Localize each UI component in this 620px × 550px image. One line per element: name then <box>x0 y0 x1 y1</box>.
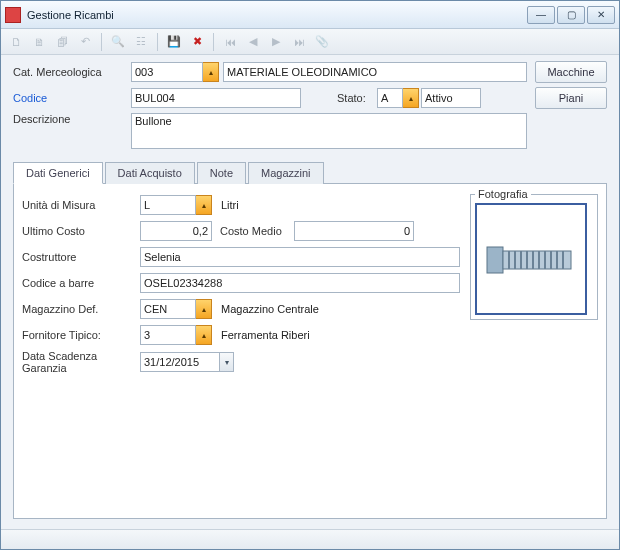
svg-rect-0 <box>487 247 503 273</box>
photo-box[interactable] <box>475 203 587 315</box>
magazzino-code-input[interactable] <box>140 299 196 319</box>
find-icon[interactable]: 🔍 <box>109 33 127 51</box>
stato-code-input[interactable] <box>377 88 403 108</box>
tab-dati-acquisto[interactable]: Dati Acquisto <box>105 162 195 184</box>
codice-input[interactable] <box>131 88 301 108</box>
cat-code-input[interactable] <box>131 62 203 82</box>
label-scadenza: Data Scadenza Garanzia <box>22 350 140 374</box>
app-window: Gestione Ricambi — ▢ ✕ 🗋 🗎 🗐 ↶ 🔍 ☷ 💾 ✖ ⏮… <box>0 0 620 550</box>
stato-lookup-icon[interactable] <box>403 88 419 108</box>
label-um: Unità di Misura <box>22 199 140 211</box>
toolbar-separator <box>213 33 214 51</box>
filter-icon[interactable]: ☷ <box>132 33 150 51</box>
content-area: Cat. Merceologica Codice Stato: Descrizi… <box>1 55 619 529</box>
label-codice[interactable]: Codice <box>13 92 131 104</box>
maximize-button[interactable]: ▢ <box>557 6 585 24</box>
titlebar: Gestione Ricambi — ▢ ✕ <box>1 1 619 29</box>
next-icon[interactable]: ▶ <box>267 33 285 51</box>
toolbar-separator <box>157 33 158 51</box>
label-cat: Cat. Merceologica <box>13 66 131 78</box>
delete-icon[interactable]: ✖ <box>188 33 206 51</box>
piani-button[interactable]: Piani <box>535 87 607 109</box>
copy-icon[interactable]: 🗐 <box>53 33 71 51</box>
tab-dati-generici[interactable]: Dati Generici <box>13 162 103 184</box>
barcode-input[interactable] <box>140 273 460 293</box>
app-icon <box>5 7 21 23</box>
new-icon[interactable]: 🗋 <box>7 33 25 51</box>
ultimo-costo-input[interactable] <box>140 221 212 241</box>
fornitore-code-input[interactable] <box>140 325 196 345</box>
label-magazzino: Magazzino Def. <box>22 303 140 315</box>
descrizione-input[interactable] <box>131 113 527 149</box>
open-icon[interactable]: 🗎 <box>30 33 48 51</box>
label-costruttore: Costruttore <box>22 251 140 263</box>
label-costo-medio: Costo Medio <box>220 225 294 237</box>
label-barcode: Codice a barre <box>22 277 140 289</box>
attach-icon[interactable]: 📎 <box>313 33 331 51</box>
label-descrizione: Descrizione <box>13 113 131 125</box>
scadenza-input[interactable] <box>140 352 220 372</box>
tab-note[interactable]: Note <box>197 162 246 184</box>
um-lookup-icon[interactable] <box>196 195 212 215</box>
magazzino-lookup-icon[interactable] <box>196 299 212 319</box>
label-stato: Stato: <box>337 92 377 104</box>
svg-rect-1 <box>503 251 571 269</box>
label-fornitore: Fornitore Tipico: <box>22 329 140 341</box>
costo-medio-display <box>294 221 414 241</box>
toolbar: 🗋 🗎 🗐 ↶ 🔍 ☷ 💾 ✖ ⏮ ◀ ▶ ⏭ 📎 <box>1 29 619 55</box>
statusbar <box>1 529 619 549</box>
toolbar-separator <box>101 33 102 51</box>
close-window-button[interactable]: ✕ <box>587 6 615 24</box>
minimize-button[interactable]: — <box>527 6 555 24</box>
magazzino-desc <box>218 299 460 319</box>
um-code-input[interactable] <box>140 195 196 215</box>
tab-panel-generici: Unità di Misura Ultimo Costo Costo Medio… <box>13 184 607 519</box>
undo-icon[interactable]: ↶ <box>76 33 94 51</box>
last-icon[interactable]: ⏭ <box>290 33 308 51</box>
save-icon[interactable]: 💾 <box>165 33 183 51</box>
prev-icon[interactable]: ◀ <box>244 33 262 51</box>
cat-desc-input[interactable] <box>223 62 527 82</box>
macchine-button[interactable]: Macchine <box>535 61 607 83</box>
stato-desc <box>421 88 481 108</box>
fornitore-desc <box>218 325 460 345</box>
window-title: Gestione Ricambi <box>27 9 527 21</box>
tab-magazzini[interactable]: Magazzini <box>248 162 324 184</box>
window-buttons: — ▢ ✕ <box>527 6 615 24</box>
first-icon[interactable]: ⏮ <box>221 33 239 51</box>
cat-lookup-icon[interactable] <box>203 62 219 82</box>
photo-groupbox: Fotografia <box>470 194 598 320</box>
fornitore-lookup-icon[interactable] <box>196 325 212 345</box>
um-desc <box>218 195 460 215</box>
label-ultimo-costo: Ultimo Costo <box>22 225 140 237</box>
tabstrip: Dati Generici Dati Acquisto Note Magazzi… <box>13 161 607 184</box>
date-picker-icon[interactable]: ▾ <box>220 352 234 372</box>
bolt-image <box>481 229 581 289</box>
costruttore-input[interactable] <box>140 247 460 267</box>
photo-legend: Fotografia <box>475 188 531 200</box>
